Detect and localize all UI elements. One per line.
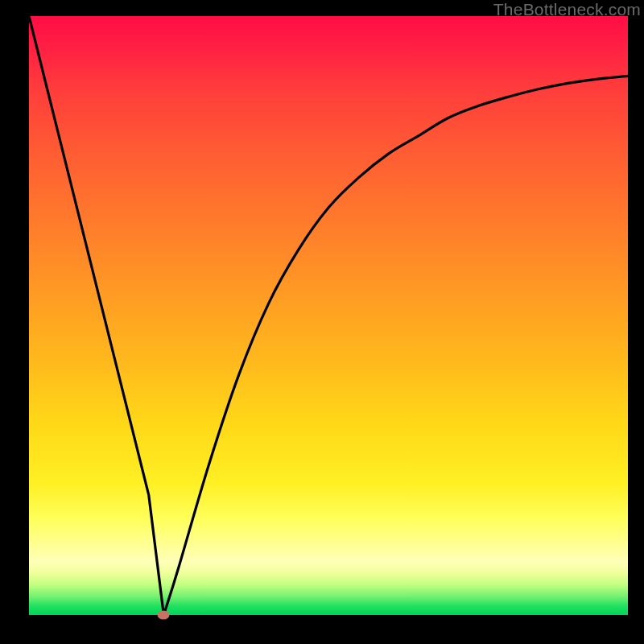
bottleneck-curve — [29, 16, 628, 615]
plot-area — [29, 16, 628, 615]
watermark-text: TheBottleneck.com — [493, 0, 641, 19]
chart-frame: TheBottleneck.com — [0, 0, 644, 644]
minimum-point-marker — [158, 611, 170, 620]
